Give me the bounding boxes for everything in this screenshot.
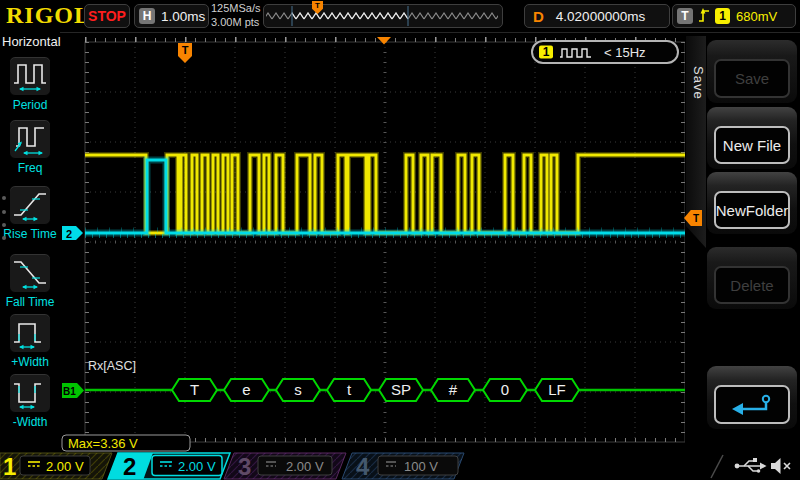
svg-text:B1: B1 [63,386,76,397]
sidebar-item-pos-width[interactable]: +Width [0,313,60,369]
page-dot [2,223,6,227]
acquisition-info: 125MSa/s 3.00M pts [211,2,261,29]
svg-text:2: 2 [66,228,72,240]
badge-source: 1 [543,45,550,59]
sidebar-item-neg-width[interactable]: -Width [0,373,60,429]
rigol-logo: RIGOL [6,2,91,29]
channel-cell-1[interactable]: 1 2.00 V [0,453,112,480]
decode-bus-label: Rx[ASC] [88,359,136,373]
decode-frame-label: T [190,381,199,398]
ch3-number: 3 [238,453,251,480]
ch2-scale: 2.00 V [178,459,216,474]
ch2-number: 2 [123,453,136,480]
ch4-scale: 100 V [404,459,438,474]
horizontal-measure-sidebar: Horizontal Period Freq [0,32,60,452]
freq-icon [9,119,51,159]
decode-frame-label: 0 [501,381,509,398]
trigger-label-chip: T [677,8,693,24]
sample-rate: 125MSa/s [211,2,261,16]
top-status-bar: RIGOL STOP H 1.00ms 125MSa/s 3.00M pts T [0,0,800,33]
page-dot [2,210,6,214]
softkey-save[interactable]: Save [707,40,797,103]
delay-label: D [533,8,544,25]
ch4-number: 4 [356,453,370,480]
softkey-new-folder[interactable]: NewFolder [707,172,797,234]
channel-cell-2[interactable]: 2 2.00 V [108,453,230,480]
rising-edge-icon [698,7,710,25]
softkey-delete[interactable]: Delete [707,247,797,309]
decode-frame-label: # [449,381,458,398]
sidebar-item-freq[interactable]: Freq [0,119,60,175]
channel-status-bar: 1 2.00 V 2 2.00 V 3 2.00 V 4 [0,452,800,480]
softkey-back[interactable] [707,366,797,429]
channel-cell-3[interactable]: 3 2.00 V [224,453,346,480]
ch3-scale: 2.00 V [286,459,324,474]
timebase-value: 1.00ms [161,9,205,24]
horizontal-chip: H [139,8,155,24]
trigger-box[interactable]: T 1 680mV [672,4,796,28]
sidebar-title: Horizontal [2,34,61,49]
page-dot [2,236,6,240]
decode-frame-label: s [294,381,302,398]
scope-display: T e s t SP # 0 LF Rx[ASC] B1 2 T 1 < 15H… [60,32,685,452]
neg-width-icon [9,373,51,413]
page-dot [2,196,6,200]
channel-cell-4[interactable]: 4 100 V [342,453,464,480]
max-readout: Max=3.36 V [62,435,190,451]
sidebar-item-period[interactable]: Period [0,56,60,112]
decode-frame-label: SP [391,381,411,398]
softkey-menu: Save New File NewFolder Delete [705,32,800,452]
timebase-box[interactable]: H 1.00ms [134,4,209,28]
softkey-new-file[interactable]: New File [707,107,797,169]
run-state-button[interactable]: STOP [84,4,130,28]
delay-box[interactable]: D 4.02000000ms [524,4,670,28]
pos-width-icon [9,313,51,353]
waveform-preview[interactable] [263,4,503,28]
trigger-level-value: 680mV [736,9,777,24]
svg-text:T: T [182,44,189,56]
return-arrow-icon [730,393,774,417]
trigger-freq-badge: 1 < 15Hz [532,41,678,63]
rise-time-icon [9,185,51,225]
badge-freq: < 15Hz [604,45,646,60]
preview-waveform-icon [264,5,502,27]
sidebar-item-rise-time[interactable]: Rise Time [0,185,60,241]
period-icon [9,56,51,96]
decode-frame-label: e [242,381,250,398]
ch1-scale: 2.00 V [46,459,84,474]
memory-depth: 3.00M pts [211,16,261,30]
trigger-source-chip: 1 [715,8,730,24]
decode-frame-label: LF [548,381,566,398]
svg-text:Max=3.36 V: Max=3.36 V [68,436,138,451]
run-state-label: STOP [88,8,126,24]
delay-value: 4.02000000ms [556,9,645,24]
ch1-number: 1 [3,453,16,480]
fall-time-icon [9,253,51,293]
sidebar-item-fall-time[interactable]: Fall Time [0,253,60,309]
